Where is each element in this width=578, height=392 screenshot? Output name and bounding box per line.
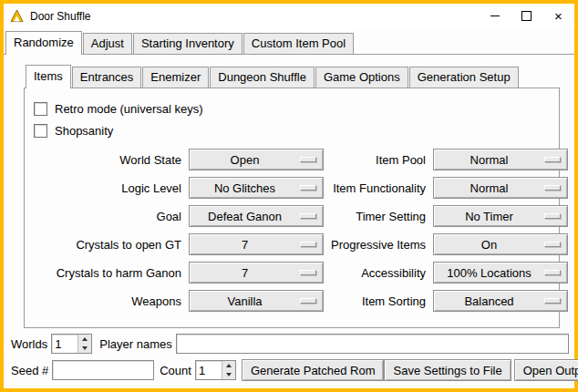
player-names-input[interactable] bbox=[176, 334, 569, 354]
weapons-dropdown[interactable]: Vanilla bbox=[189, 290, 324, 312]
dropdown-indicator-icon bbox=[300, 270, 316, 275]
count-input[interactable] bbox=[196, 361, 222, 379]
seed-row: Seed # Count Generate Patched Rom Save S… bbox=[11, 359, 569, 381]
dropdown-indicator-icon bbox=[300, 298, 316, 304]
randomize-tab-pane: Items Entrances Enemizer Dungeon Shuffle… bbox=[4, 55, 574, 388]
crystals-harm-ganon-label: Crystals to harm Ganon bbox=[48, 266, 181, 280]
count-label: Count bbox=[160, 364, 191, 377]
logic-level-dropdown[interactable]: No Glitches bbox=[189, 177, 324, 199]
dropdown-indicator-icon bbox=[544, 185, 561, 191]
dropdown-indicator-icon bbox=[544, 213, 561, 219]
maximize-icon bbox=[521, 11, 532, 21]
seed-label: Seed # bbox=[11, 364, 48, 377]
shopsanity-checkbox[interactable] bbox=[34, 124, 47, 138]
dropdown-indicator-icon bbox=[300, 213, 316, 219]
tab-randomize[interactable]: Randomize bbox=[5, 31, 82, 55]
count-spinbox bbox=[195, 360, 236, 380]
tab-enemizer[interactable]: Enemizer bbox=[142, 67, 209, 88]
minimize-icon bbox=[490, 15, 500, 16]
tab-items[interactable]: Items bbox=[26, 65, 71, 88]
worlds-row: Worlds Player names bbox=[11, 334, 569, 354]
item-sorting-label: Item Sorting bbox=[331, 294, 426, 308]
tab-entrances[interactable]: Entrances bbox=[72, 67, 142, 88]
window-title: Door Shuffle bbox=[30, 10, 91, 23]
tab-starting-inventory[interactable]: Starting Inventory bbox=[133, 33, 243, 54]
worlds-input[interactable] bbox=[52, 335, 77, 353]
inner-tab-bar: Items Entrances Enemizer Dungeon Shuffle… bbox=[24, 62, 560, 88]
crystals-open-gt-label: Crystals to open GT bbox=[48, 238, 181, 252]
save-settings-button[interactable]: Save Settings to File bbox=[384, 359, 511, 381]
outer-tab-bar: Randomize Adjust Starting Inventory Cust… bbox=[4, 28, 574, 55]
output-buttons-group: Save Settings to File Open Output Direct… bbox=[384, 359, 578, 381]
app-icon bbox=[10, 9, 24, 23]
tab-adjust[interactable]: Adjust bbox=[83, 33, 132, 54]
dropdown-indicator-icon bbox=[300, 157, 316, 162]
tab-generation-setup[interactable]: Generation Setup bbox=[409, 67, 519, 88]
seed-input[interactable] bbox=[52, 360, 154, 380]
worlds-spin-up[interactable] bbox=[78, 335, 91, 344]
dropdown-indicator-icon bbox=[300, 242, 316, 247]
window-controls: × bbox=[479, 4, 574, 28]
worlds-label: Worlds bbox=[11, 337, 47, 351]
logic-level-label: Logic Level bbox=[48, 181, 181, 195]
shopsanity-row: Shopsanity bbox=[34, 121, 559, 139]
generate-patched-rom-button[interactable]: Generate Patched Rom bbox=[242, 359, 385, 381]
tab-game-options[interactable]: Game Options bbox=[315, 67, 408, 88]
inner-notebook: Items Entrances Enemizer Dungeon Shuffle… bbox=[24, 62, 560, 328]
dropdown-indicator-icon bbox=[544, 242, 561, 247]
close-icon: × bbox=[554, 9, 563, 23]
count-spin-buttons bbox=[222, 361, 235, 379]
worlds-spin-down[interactable] bbox=[78, 344, 91, 353]
shopsanity-label: Shopsanity bbox=[55, 124, 113, 138]
goal-dropdown[interactable]: Defeat Ganon bbox=[189, 205, 324, 227]
item-functionality-label: Item Functionality bbox=[331, 181, 426, 195]
item-pool-dropdown[interactable]: Normal bbox=[433, 149, 568, 170]
progressive-items-label: Progressive Items bbox=[331, 238, 426, 252]
arrow-up-icon bbox=[226, 364, 232, 367]
count-spin-down[interactable] bbox=[222, 370, 235, 379]
dropdown-indicator-icon bbox=[544, 270, 561, 275]
retro-mode-label: Retro mode (universal keys) bbox=[55, 102, 203, 116]
arrow-up-icon bbox=[82, 337, 88, 341]
crystals-harm-ganon-dropdown[interactable]: 7 bbox=[189, 262, 324, 284]
progressive-items-dropdown[interactable]: On bbox=[433, 233, 568, 255]
maximize-button[interactable] bbox=[511, 4, 542, 28]
timer-setting-dropdown[interactable]: No Timer bbox=[433, 205, 568, 227]
player-names-label: Player names bbox=[99, 337, 171, 351]
world-state-label: World State bbox=[48, 153, 181, 167]
dropdown-indicator-icon bbox=[544, 157, 561, 162]
weapons-label: Weapons bbox=[48, 294, 181, 308]
worlds-spinbox bbox=[51, 334, 92, 354]
retro-mode-row: Retro mode (universal keys) bbox=[34, 99, 559, 118]
titlebar[interactable]: Door Shuffle × bbox=[4, 4, 574, 28]
item-pool-label: Item Pool bbox=[331, 153, 426, 167]
worlds-spin-buttons bbox=[77, 335, 91, 353]
settings-grid: World State Open Item Pool Normal Logic … bbox=[25, 149, 559, 312]
close-button[interactable]: × bbox=[542, 4, 574, 28]
arrow-down-icon bbox=[226, 373, 232, 377]
bottom-bar: Worlds Player names Seed # Count bbox=[4, 328, 574, 388]
retro-mode-checkbox[interactable] bbox=[34, 102, 47, 116]
item-sorting-dropdown[interactable]: Balanced bbox=[433, 290, 568, 312]
accessibility-label: Accessibility bbox=[331, 266, 426, 280]
dropdown-indicator-icon bbox=[300, 185, 316, 191]
app-window: Door Shuffle × Randomize Adjust Starting… bbox=[0, 0, 578, 392]
accessibility-dropdown[interactable]: 100% Locations bbox=[433, 262, 568, 284]
arrow-down-icon bbox=[82, 346, 88, 350]
items-tab-pane: Retro mode (universal keys) Shopsanity W… bbox=[24, 88, 560, 328]
count-spin-up[interactable] bbox=[222, 361, 235, 370]
goal-label: Goal bbox=[48, 210, 181, 223]
item-functionality-dropdown[interactable]: Normal bbox=[433, 177, 568, 199]
tab-custom-item-pool[interactable]: Custom Item Pool bbox=[243, 33, 354, 54]
dropdown-indicator-icon bbox=[544, 298, 561, 304]
world-state-dropdown[interactable]: Open bbox=[189, 149, 324, 170]
tab-dungeon-shuffle[interactable]: Dungeon Shuffle bbox=[210, 67, 315, 88]
crystals-open-gt-dropdown[interactable]: 7 bbox=[189, 233, 324, 255]
open-output-directory-button[interactable]: Open Output Directory bbox=[514, 359, 578, 381]
minimize-button[interactable] bbox=[479, 4, 511, 28]
timer-setting-label: Timer Setting bbox=[331, 210, 426, 223]
